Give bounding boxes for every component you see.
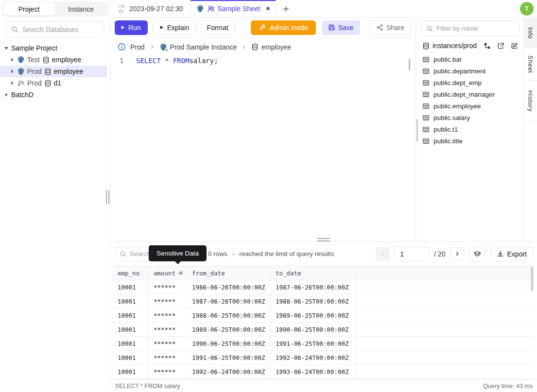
- external-link-icon[interactable]: [497, 42, 504, 50]
- table-row[interactable]: 10001 ****** 1987-06-26T00:00:00Z 1988-0…: [113, 294, 533, 308]
- table-row[interactable]: 10001 ****** 1992-06-24T00:00:00Z 1993-0…: [113, 365, 533, 379]
- table-grid-icon: [422, 102, 430, 110]
- results-resize-handle[interactable]: [317, 238, 330, 241]
- tree-item-test-employee[interactable]: Test employee: [0, 54, 107, 66]
- tab-history-sheet[interactable]: 2023-09-27 02:30: [111, 0, 191, 17]
- table-name: public.employee: [433, 102, 481, 110]
- database-icon: [44, 80, 52, 87]
- edit-icon[interactable]: [511, 42, 518, 50]
- tree-item-prod-employee[interactable]: Prod employee: [0, 66, 107, 77]
- unlink-icon: [118, 5, 125, 13]
- admin-mode-button[interactable]: Admin mode: [251, 20, 316, 35]
- cell-filler: [356, 337, 533, 350]
- tree-item-sample-project[interactable]: Sample Project: [0, 42, 107, 54]
- project-label: BatchD: [11, 91, 34, 99]
- column-header-to-date[interactable]: to_date: [271, 266, 356, 280]
- eye-off-icon[interactable]: [178, 270, 184, 276]
- results-scrollbar[interactable]: [531, 267, 534, 291]
- table-grid-icon: [422, 126, 430, 133]
- people-icon: [207, 5, 215, 13]
- schema-diagram-icon[interactable]: [484, 42, 491, 50]
- table-list-item[interactable]: public.dept_manager: [422, 88, 523, 100]
- share-button[interactable]: Share: [370, 20, 411, 35]
- page-total: / 20: [434, 250, 445, 258]
- table-row[interactable]: 10001 ****** 1986-06-26T00:00:00Z 1987-0…: [113, 280, 533, 294]
- cell-emp-no: 10001: [113, 323, 149, 336]
- table-grid-icon: [422, 91, 430, 98]
- table-list-item[interactable]: public.employee: [422, 100, 523, 112]
- caret-right-icon[interactable]: [10, 69, 15, 73]
- tab-sheet[interactable]: Sheet: [524, 48, 537, 81]
- table-list-item[interactable]: public.t1: [422, 123, 523, 135]
- sidebar-resize-handle[interactable]: [106, 190, 109, 204]
- save-button[interactable]: Save: [322, 20, 360, 35]
- tab-project[interactable]: Project: [3, 2, 55, 16]
- database-tree: Sample Project Test employee Prod: [0, 41, 110, 101]
- editor-scrollbar[interactable]: [409, 59, 410, 70]
- user-avatar[interactable]: T: [520, 2, 534, 16]
- sql-editor-app: Project Instance Sample Project Test: [0, 0, 537, 392]
- explain-label: Explain: [167, 24, 190, 32]
- format-button[interactable]: Format: [201, 20, 235, 35]
- tab-sample-sheet[interactable]: Sample Sheet: [191, 0, 276, 17]
- share-icon: [376, 24, 383, 31]
- cell-emp-no: 10001: [113, 351, 149, 364]
- table-list-item[interactable]: public.department: [422, 65, 523, 77]
- sql-code-editor[interactable]: 1 SELECT * FROMsalary;: [111, 56, 416, 66]
- table-list-item[interactable]: public.title: [422, 135, 523, 147]
- sql-keyword: FROM: [173, 57, 190, 65]
- new-tab-button[interactable]: [279, 1, 294, 16]
- table-list-item[interactable]: public.bar: [422, 53, 523, 65]
- column-header-amount[interactable]: amount: [149, 266, 187, 280]
- table-name: public.department: [433, 68, 485, 75]
- data-masking-button[interactable]: [469, 247, 485, 261]
- chevron-right-icon: [149, 44, 155, 50]
- table-filter-input[interactable]: [436, 25, 515, 32]
- format-label: Format: [207, 24, 228, 32]
- info-circle-icon[interactable]: [118, 43, 126, 51]
- export-button[interactable]: Export: [490, 247, 533, 261]
- table-row[interactable]: 10001 ****** 1991-06-25T00:00:00Z 1992-0…: [113, 351, 533, 365]
- table-list-item[interactable]: public.salary: [422, 112, 523, 123]
- database-search-input[interactable]: [22, 26, 110, 34]
- column-header-emp-no[interactable]: emp_no: [113, 266, 149, 280]
- results-table-header: emp_no amount from_date to_date: [113, 266, 533, 280]
- breadcrumb-instance[interactable]: Prod Sample Instance: [159, 43, 237, 51]
- table-grid-icon: [422, 114, 430, 121]
- table-list: public.bar public.department public.dept…: [416, 51, 523, 147]
- breadcrumb-environment[interactable]: Prod: [130, 43, 145, 51]
- tree-item-batchd[interactable]: BatchD: [0, 89, 107, 101]
- database-name: employee: [54, 68, 84, 75]
- cell-filler: [356, 323, 533, 336]
- prev-page-button[interactable]: [376, 247, 389, 261]
- line-number: 1: [111, 56, 132, 66]
- table-list-item[interactable]: public.dept_emp: [422, 77, 523, 88]
- explain-button[interactable]: Explain: [153, 20, 196, 35]
- caret-right-icon[interactable]: [10, 81, 15, 85]
- caret-down-icon[interactable]: [4, 47, 9, 50]
- breadcrumb-database[interactable]: employee: [251, 43, 291, 51]
- run-button[interactable]: Run: [115, 20, 148, 35]
- cell-amount-masked: ******: [149, 351, 187, 364]
- caret-right-icon[interactable]: [4, 93, 9, 97]
- tab-instance[interactable]: Instance: [55, 2, 107, 16]
- tree-item-prod-d1[interactable]: Prod d1: [0, 77, 107, 89]
- cell-from-date: 1989-06-25T00:00:00Z: [187, 323, 271, 336]
- tab-history[interactable]: History: [524, 81, 537, 121]
- table-filter: [421, 21, 520, 36]
- table-row[interactable]: 10001 ****** 1988-06-25T00:00:00Z 1989-0…: [113, 308, 533, 323]
- table-row[interactable]: 10001 ****** 1990-06-25T00:00:00Z 1991-0…: [113, 337, 533, 351]
- cell-amount-masked: ******: [149, 280, 187, 294]
- table-grid-icon: [422, 68, 430, 75]
- tab-info[interactable]: Info: [524, 18, 537, 48]
- cell-amount-masked: ******: [149, 308, 187, 322]
- table-row[interactable]: 10001 ****** 1989-06-25T00:00:00Z 1990-0…: [113, 323, 533, 337]
- next-page-button[interactable]: [450, 247, 464, 261]
- page-number-input[interactable]: [394, 247, 429, 261]
- play-icon: [120, 25, 125, 30]
- column-header-from-date[interactable]: from_date: [187, 266, 271, 280]
- cell-to-date: 1989-06-25T00:00:00Z: [271, 308, 356, 322]
- chevron-right-icon: [241, 44, 247, 50]
- caret-right-icon[interactable]: [10, 58, 15, 62]
- panel-resize-handle[interactable]: [416, 119, 418, 141]
